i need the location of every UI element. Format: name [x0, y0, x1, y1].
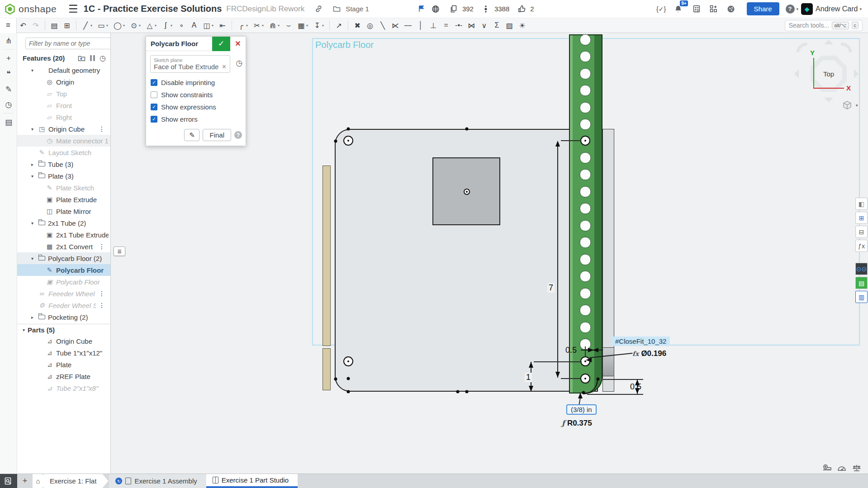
feature-list-flyout-handle[interactable]: ≣	[114, 246, 125, 256]
feature-feeeder-wheel-belt[interactable]: ∞Feeeder Wheel Belt⋮	[17, 288, 110, 299]
feature-2x1-convert[interactable]: ▩2x1 Convert⋮	[17, 241, 110, 252]
tube-hole[interactable]	[580, 186, 591, 198]
undo-tool[interactable]: ↶	[17, 19, 29, 31]
user-avatar[interactable]: ◆	[801, 3, 813, 15]
dropdown-caret-icon[interactable]: ▾	[212, 24, 213, 28]
midpoint-tool[interactable]: -•-	[453, 19, 465, 31]
viewcube-up-arrow-icon[interactable]	[824, 40, 833, 44]
filter-input[interactable]	[25, 38, 111, 49]
point-tool[interactable]: ∘	[175, 19, 187, 31]
workspace-breadcrumb[interactable]: Stage 1	[331, 3, 369, 15]
final-button[interactable]: Final	[203, 129, 231, 141]
link-icon[interactable]	[313, 3, 324, 15]
notifications-bell-icon[interactable]: 9+	[673, 3, 684, 15]
radius-label[interactable]: ƒR0.375	[562, 419, 592, 428]
protractor-icon[interactable]	[837, 464, 846, 472]
tube-hole[interactable]	[580, 51, 591, 62]
item-menu-dots-icon[interactable]: ⋮	[99, 243, 109, 250]
tube-hole[interactable]	[580, 271, 591, 282]
apps-grid-icon[interactable]	[708, 3, 720, 15]
diameter-label[interactable]: fxØ0.196	[632, 349, 666, 358]
checkbox-icon[interactable]: ✓	[151, 104, 157, 110]
fillet-tool[interactable]: ╭▾	[235, 19, 250, 31]
chevron-down-icon[interactable]: ▾	[29, 127, 35, 132]
feature-mate-connector-1[interactable]: ◷Mate connector 1	[17, 135, 110, 147]
part-zref-plate[interactable]: ⊿zREF Plate	[17, 370, 110, 382]
insert-icon[interactable]: +	[0, 51, 17, 66]
dropdown-caret-icon[interactable]: ▾	[278, 24, 280, 28]
item-menu-dots-icon[interactable]: ⋮	[99, 125, 109, 133]
feature-front[interactable]: ▱Front	[17, 99, 110, 111]
blue-library-button[interactable]: ▥	[855, 291, 868, 303]
pierce-tool[interactable]: ⋉	[389, 19, 401, 31]
feature-right[interactable]: ▱Right	[17, 111, 110, 123]
spline-tool[interactable]: ʃ▾	[160, 19, 175, 31]
feature-origin-cube[interactable]: ▾◳Origin Cube⋮	[17, 123, 110, 135]
part-tube-2-x1-x8[interactable]: ⊿Tube 2"x1"x8"	[17, 382, 110, 394]
curve-pattern-tool[interactable]: Σ	[491, 19, 503, 31]
clear-selection-icon[interactable]: ✕	[222, 63, 227, 70]
views-stat[interactable]: 3388	[480, 3, 509, 15]
chevron-down-icon[interactable]: ▾	[29, 256, 35, 261]
ellipse-tool[interactable]: ⊙▾	[128, 19, 143, 31]
user-menu-caret-icon[interactable]: ▾	[859, 7, 862, 11]
tube-hole[interactable]	[580, 254, 591, 265]
notes-icon[interactable]: ✎	[0, 81, 17, 97]
main-menu-icon[interactable]: ☰	[63, 3, 84, 15]
mass-scale-icon[interactable]	[852, 464, 861, 472]
configurations-button[interactable]: ⊟	[855, 226, 868, 238]
tab-exercise1-flat[interactable]: Exercise 1: Flat	[43, 474, 108, 488]
tube-hole[interactable]	[580, 85, 591, 96]
redo-tool[interactable]: ↷	[30, 19, 42, 31]
comments-icon[interactable]: ❝	[0, 66, 17, 81]
concentric-tool[interactable]: ◎	[364, 19, 376, 31]
tube-hole[interactable]	[580, 119, 591, 130]
tab-exercise1-assembly[interactable]: ↻ Exercise 1 Assembly	[109, 474, 206, 488]
mirror-tool[interactable]: ◫▾	[201, 19, 216, 31]
feature-pocketing-2[interactable]: ▸Pocketing (2)	[17, 311, 110, 323]
coincident-tool[interactable]: ✖	[351, 19, 363, 31]
view-cube[interactable]: Top	[811, 56, 847, 92]
tape-measure-icon[interactable]	[822, 464, 831, 472]
part-plate[interactable]: ⊿Plate	[17, 359, 110, 370]
show-constraints-tool[interactable]: ☀	[516, 19, 528, 31]
dropdown-caret-icon[interactable]: ▾	[123, 24, 125, 28]
feature-layout-sketch[interactable]: ✎Layout Sketch	[17, 147, 110, 158]
tasks-icon[interactable]	[691, 3, 702, 15]
symmetric-tool[interactable]: ⋈	[465, 19, 477, 31]
history-icon[interactable]: ◷	[0, 97, 17, 112]
appearance-button[interactable]: ◧	[855, 198, 868, 210]
fix-tool[interactable]: ▨	[503, 19, 515, 31]
chevron-down-icon[interactable]: ▾	[29, 221, 35, 226]
sketch-vertex-point[interactable]	[347, 128, 350, 131]
sketch-preview-button[interactable]: ✎	[184, 129, 199, 141]
confirm-check-button[interactable]: ✓	[212, 37, 230, 51]
dimension-tool[interactable]: ↗	[333, 19, 345, 31]
sketch-vertex-point[interactable]	[347, 390, 350, 393]
graphics-area[interactable]: Polycarb Floor 7 1 0.5 fxØ0.196 #CloseFi…	[0, 0, 868, 488]
tube-hole[interactable]	[580, 237, 591, 248]
tube-hole[interactable]	[580, 305, 591, 316]
checklist-icon[interactable]: ▤	[0, 114, 17, 130]
versions-icon[interactable]: ⋔	[0, 33, 17, 48]
new-tab-button[interactable]: +	[17, 474, 33, 488]
feature-tube-3[interactable]: ▸Tube (3)	[17, 158, 110, 170]
feature-2x1-tube-extrude[interactable]: ▣2x1 Tube Extrude	[17, 229, 110, 241]
share-button[interactable]: Share	[747, 2, 779, 15]
tube-hole[interactable]	[580, 322, 591, 333]
named-views-button[interactable]: ⊞	[855, 212, 868, 224]
feature-plate-extrude[interactable]: ▣Plate Extrude	[17, 194, 110, 205]
new-folder-icon[interactable]	[78, 55, 85, 62]
viewcube-down-arrow-icon[interactable]	[824, 98, 833, 102]
viewcube-right-arrow-icon[interactable]	[854, 69, 859, 78]
sketch-circle[interactable]	[580, 136, 590, 146]
tangent-tool[interactable]: ╲	[377, 19, 389, 31]
checkbox-show-expressions[interactable]: ✓Show expressions	[146, 101, 246, 113]
copies-stat[interactable]: 392	[448, 3, 474, 15]
dropdown-caret-icon[interactable]: ▾	[246, 24, 248, 28]
public-globe-icon[interactable]	[430, 3, 441, 15]
corner-rectangle-tool[interactable]: ▭▾	[95, 19, 110, 31]
feature-top[interactable]: ▱Top	[17, 88, 110, 99]
line-tool[interactable]: ╱▾	[80, 19, 95, 31]
chevron-down-icon[interactable]: ▾	[29, 68, 35, 73]
